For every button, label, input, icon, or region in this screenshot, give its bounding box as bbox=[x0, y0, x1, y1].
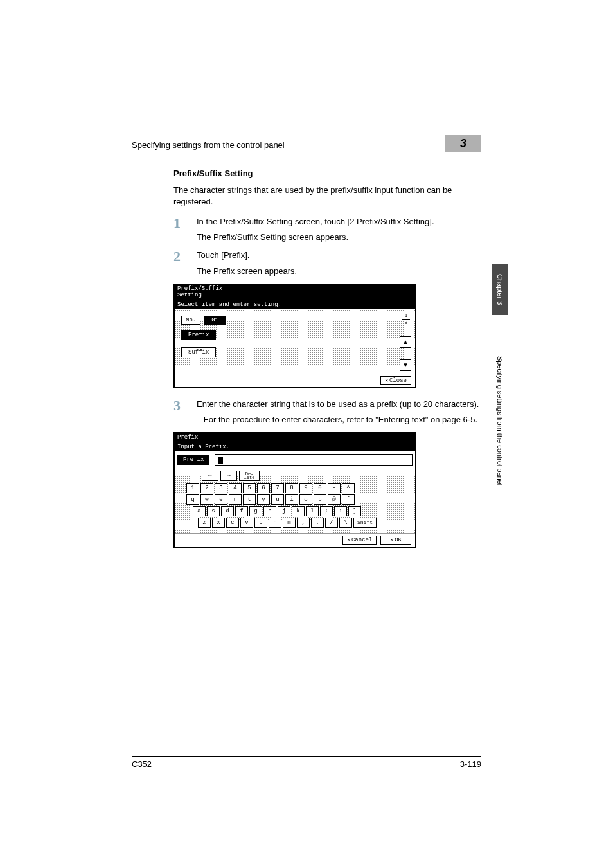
keyboard-row-3: asdfghjkl;:] bbox=[193, 506, 404, 516]
key-5[interactable]: 5 bbox=[243, 483, 256, 493]
chapter-number-box: 3 bbox=[445, 135, 481, 152]
key-a[interactable]: a bbox=[193, 506, 206, 516]
key-s[interactable]: s bbox=[207, 506, 220, 516]
key-d[interactable]: d bbox=[221, 506, 234, 516]
step-2: 2 Touch [Prefix]. The Prefix screen appe… bbox=[173, 249, 481, 276]
step-number: 2 bbox=[173, 249, 197, 276]
key-0[interactable]: 0 bbox=[314, 483, 326, 493]
prefix-input-field[interactable] bbox=[215, 454, 413, 466]
down-arrow-button[interactable]: ▼ bbox=[400, 359, 411, 371]
step-subtext: The Prefix/Suffix Setting screen appears… bbox=[197, 231, 481, 243]
keyboard-row-2: qwertyuiop@[ bbox=[186, 494, 404, 505]
key-h[interactable]: h bbox=[263, 506, 276, 516]
cancel-icon: ✕ bbox=[347, 537, 350, 543]
key-w[interactable]: w bbox=[200, 494, 213, 505]
cursor-left-button[interactable]: ← bbox=[202, 471, 218, 481]
shift-key[interactable]: Shift bbox=[353, 518, 377, 528]
key-r[interactable]: r bbox=[229, 494, 242, 505]
key-][interactable]: ] bbox=[348, 506, 361, 516]
key-q[interactable]: q bbox=[186, 494, 199, 505]
step-text: Touch [Prefix]. bbox=[197, 249, 481, 261]
key-b[interactable]: b bbox=[254, 518, 267, 528]
step-1: 1 In the Prefix/Suffix Setting screen, t… bbox=[173, 216, 481, 243]
page-header: Specifying settings from the control pan… bbox=[132, 135, 481, 152]
keyboard-row-4: zxcvbnm,./\Shift bbox=[198, 518, 404, 528]
cursor-right-button[interactable]: → bbox=[220, 471, 237, 481]
key-^[interactable]: ^ bbox=[342, 483, 355, 493]
key-n[interactable]: n bbox=[269, 518, 281, 528]
key--[interactable]: - bbox=[328, 483, 341, 493]
prefix-tab[interactable]: Prefix bbox=[181, 330, 216, 340]
key-j[interactable]: j bbox=[278, 506, 290, 516]
key-m[interactable]: m bbox=[283, 518, 296, 528]
key-2[interactable]: 2 bbox=[200, 483, 213, 493]
step-text: Enter the character string that is to be… bbox=[197, 399, 481, 410]
page-footer: C352 3-119 bbox=[132, 756, 481, 769]
key-v[interactable]: v bbox=[240, 518, 253, 528]
main-content: Prefix/Suffix Setting The character stri… bbox=[173, 168, 481, 558]
key-t[interactable]: t bbox=[243, 494, 256, 505]
key-6[interactable]: 6 bbox=[257, 483, 270, 493]
screenshot-prefix-input: Prefix Input a Prefix. Prefix ← → De- le… bbox=[173, 432, 416, 548]
no-value: 01 bbox=[204, 316, 226, 325]
key-;[interactable]: ; bbox=[320, 506, 333, 516]
key-f[interactable]: f bbox=[235, 506, 248, 516]
key-e[interactable]: e bbox=[215, 494, 227, 505]
step-3: 3 Enter the character string that is to … bbox=[173, 399, 481, 426]
key-\[interactable]: \ bbox=[339, 518, 352, 528]
screenshot-prefix-suffix-setting: Prefix/SuffixSetting Select item and ent… bbox=[173, 284, 416, 388]
side-tab: Chapter 3 Specifying settings from the c… bbox=[492, 264, 508, 527]
input-label: Prefix bbox=[177, 455, 209, 465]
key-k[interactable]: k bbox=[292, 506, 305, 516]
key-/[interactable]: / bbox=[325, 518, 338, 528]
key-z[interactable]: z bbox=[198, 518, 211, 528]
key-4[interactable]: 4 bbox=[229, 483, 242, 493]
key-o[interactable]: o bbox=[299, 494, 312, 505]
screenshot-instruction: Select item and enter setting. bbox=[175, 300, 415, 309]
ok-button[interactable]: ✕ OK bbox=[380, 536, 411, 545]
screenshot-instruction: Input a Prefix. bbox=[175, 442, 415, 451]
key-u[interactable]: u bbox=[271, 494, 284, 505]
key-p[interactable]: p bbox=[314, 494, 326, 505]
key-,[interactable]: , bbox=[297, 518, 310, 528]
key-:[interactable]: : bbox=[334, 506, 347, 516]
key-[[interactable]: [ bbox=[342, 494, 355, 505]
cancel-button[interactable]: ✕ Cancel bbox=[342, 536, 377, 545]
side-chapter: Chapter 3 bbox=[492, 264, 508, 315]
key-c[interactable]: c bbox=[226, 518, 239, 528]
key-i[interactable]: i bbox=[285, 494, 298, 505]
step-subtext: The Prefix screen appears. bbox=[197, 266, 481, 277]
side-title: Specifying settings from the control pan… bbox=[492, 315, 508, 527]
ok-icon: ✕ bbox=[390, 537, 393, 543]
key-7[interactable]: 7 bbox=[271, 483, 284, 493]
step-number: 3 bbox=[173, 399, 197, 426]
key-g[interactable]: g bbox=[249, 506, 262, 516]
key-8[interactable]: 8 bbox=[285, 483, 298, 493]
step-text: In the Prefix/Suffix Setting screen, tou… bbox=[197, 216, 481, 228]
close-button[interactable]: ✕ Close bbox=[380, 376, 411, 385]
key-3[interactable]: 3 bbox=[215, 483, 227, 493]
keyboard-row-1: 1234567890-^ bbox=[186, 483, 404, 493]
footer-page: 3-119 bbox=[460, 759, 481, 769]
no-label: No. bbox=[181, 316, 200, 325]
key-1[interactable]: 1 bbox=[186, 483, 199, 493]
screenshot-title: Prefix bbox=[175, 433, 415, 442]
up-arrow-button[interactable]: ▲ bbox=[400, 336, 411, 348]
text-cursor bbox=[218, 457, 223, 464]
key-y[interactable]: y bbox=[257, 494, 270, 505]
key-l[interactable]: l bbox=[306, 506, 319, 516]
delete-button[interactable]: De- lete bbox=[239, 471, 260, 481]
key-x[interactable]: x bbox=[212, 518, 225, 528]
screenshot-title: Prefix/SuffixSetting bbox=[175, 285, 415, 300]
section-title: Prefix/Suffix Setting bbox=[173, 168, 481, 178]
header-title: Specifying settings from the control pan… bbox=[132, 140, 285, 152]
key-@[interactable]: @ bbox=[328, 494, 341, 505]
suffix-tab[interactable]: Suffix bbox=[181, 347, 216, 357]
key-9[interactable]: 9 bbox=[299, 483, 312, 493]
step-number: 1 bbox=[173, 216, 197, 243]
close-icon: ✕ bbox=[385, 377, 388, 383]
up-arrow-icon: ▲ bbox=[402, 338, 409, 345]
step-note: – For the procedure to enter characters,… bbox=[197, 414, 481, 426]
key-.[interactable]: . bbox=[311, 518, 324, 528]
down-arrow-icon: ▼ bbox=[402, 361, 409, 368]
